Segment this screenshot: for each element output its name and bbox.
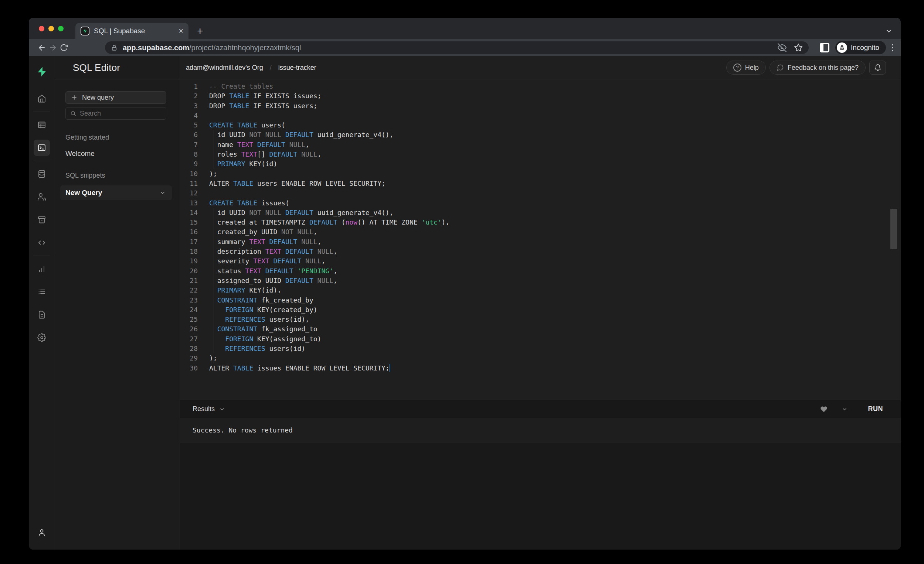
code-line[interactable]: 25 REFERENCES users(id),: [180, 315, 901, 324]
sidebar-item-logs[interactable]: [34, 284, 50, 300]
line-number: 9: [180, 159, 198, 169]
code-line[interactable]: 28 REFERENCES users(id): [180, 344, 901, 353]
back-button[interactable]: [36, 43, 47, 52]
code-line[interactable]: 15 created_at TIMESTAMPTZ DEFAULT (now()…: [180, 218, 901, 227]
breadcrumb: adam@windmill.dev's Org / issue-tracker: [186, 64, 316, 72]
sidebar-item-reports[interactable]: [34, 261, 50, 277]
new-tab-button[interactable]: +: [197, 26, 203, 36]
search-box[interactable]: [65, 107, 166, 120]
traffic-lights[interactable]: [39, 26, 64, 31]
breadcrumb-project[interactable]: issue-tracker: [278, 64, 316, 72]
search-input[interactable]: [80, 110, 162, 117]
line-number: 8: [180, 150, 198, 159]
code-line[interactable]: 19 severity TEXT DEFAULT NULL,: [180, 256, 901, 266]
supabase-logo-icon[interactable]: [36, 56, 47, 87]
code-line[interactable]: 24 FOREIGN KEY(created_by): [180, 305, 901, 315]
code-line[interactable]: 2DROP TABLE IF EXISTS issues;: [180, 91, 901, 101]
browser-menu-icon[interactable]: [892, 44, 893, 51]
code-line[interactable]: 17 summary TEXT DEFAULT NULL,: [180, 237, 901, 247]
line-number: 2: [180, 91, 198, 101]
code-line[interactable]: 14 id UUID NOT NULL DEFAULT uuid_generat…: [180, 208, 901, 218]
nav-rail: [29, 56, 55, 550]
side-panel-icon[interactable]: [820, 43, 830, 52]
sidebar-item-api[interactable]: [34, 235, 50, 251]
favorite-heart-icon[interactable]: [820, 405, 828, 413]
code-line[interactable]: 10);: [180, 169, 901, 179]
account-button[interactable]: [34, 525, 50, 541]
code-line[interactable]: 9 PRIMARY KEY(id): [180, 159, 901, 169]
run-options-chevron-icon[interactable]: [842, 406, 848, 412]
results-chevron-icon[interactable]: [219, 406, 225, 412]
code-line[interactable]: 20 status TEXT DEFAULT 'PENDING',: [180, 266, 901, 276]
help-button[interactable]: ? Help: [726, 61, 766, 75]
breadcrumb-org[interactable]: adam@windmill.dev's Org: [186, 64, 263, 72]
sidebar-item-storage[interactable]: [34, 212, 50, 228]
code-line[interactable]: 7 name TEXT DEFAULT NULL,: [180, 140, 901, 150]
line-number: 11: [180, 179, 198, 188]
results-dropdown-label[interactable]: Results: [192, 405, 215, 413]
zoom-window-button[interactable]: [58, 26, 64, 31]
sidebar-item-sql-editor[interactable]: [34, 140, 50, 156]
line-number: 12: [180, 188, 198, 198]
code-line[interactable]: 5CREATE TABLE users(: [180, 120, 901, 130]
reports-icon: [38, 265, 46, 273]
run-button[interactable]: RUN: [868, 405, 884, 413]
reload-button[interactable]: [58, 43, 69, 52]
page-title: SQL Editor: [73, 62, 120, 73]
eye-off-icon[interactable]: [778, 43, 786, 52]
feedback-button[interactable]: Feedback on this page?: [770, 61, 866, 75]
new-query-button[interactable]: New query: [65, 91, 166, 104]
sidebar-item-welcome[interactable]: Welcome: [65, 150, 169, 158]
code-line[interactable]: 26 CONSTRAINT fk_assigned_to: [180, 324, 901, 334]
minimize-window-button[interactable]: [48, 26, 54, 31]
line-text: status TEXT DEFAULT 'PENDING',: [209, 266, 338, 276]
tab-close-icon[interactable]: ×: [178, 27, 183, 35]
chevron-down-icon[interactable]: [159, 190, 166, 196]
code-line[interactable]: 12: [180, 188, 901, 198]
line-text: PRIMARY KEY(id): [209, 159, 277, 169]
code-line[interactable]: 11ALTER TABLE users ENABLE ROW LEVEL SEC…: [180, 179, 901, 188]
code-line[interactable]: 23 CONSTRAINT fk_created_by: [180, 295, 901, 305]
close-window-button[interactable]: [39, 26, 44, 31]
snippet-item-new-query[interactable]: New Query: [60, 186, 172, 200]
settings-gear-icon: [38, 333, 46, 342]
code-line[interactable]: 3DROP TABLE IF EXISTS users;: [180, 101, 901, 111]
editor-scrollbar[interactable]: [890, 209, 897, 249]
sidebar-item-database[interactable]: [34, 166, 50, 182]
code-line[interactable]: 27 FOREIGN KEY(assigned_to): [180, 334, 901, 344]
code-line[interactable]: 30ALTER TABLE issues ENABLE ROW LEVEL SE…: [180, 364, 901, 373]
bookmark-star-icon[interactable]: [794, 43, 803, 52]
code-line[interactable]: 29);: [180, 353, 901, 363]
code-line[interactable]: 4: [180, 111, 901, 120]
search-icon: [70, 110, 76, 117]
tab-title: SQL | Supabase: [94, 27, 176, 35]
line-text: PRIMARY KEY(id),: [209, 286, 281, 295]
line-text: FOREIGN KEY(created_by): [209, 305, 318, 315]
line-number: 26: [180, 324, 198, 334]
code-line[interactable]: 8 roles TEXT[] DEFAULT NULL,: [180, 150, 901, 159]
sidebar-item-docs[interactable]: [34, 307, 50, 323]
url-bar[interactable]: app.supabase.com/project/azahtnhqohyjerz…: [105, 41, 808, 54]
code-line[interactable]: 18 description TEXT DEFAULT NULL,: [180, 247, 901, 256]
notifications-button[interactable]: [869, 61, 886, 75]
sidebar-item-home[interactable]: [34, 90, 50, 107]
code-line[interactable]: 16 created_by UUID NOT NULL,: [180, 227, 901, 237]
code-line[interactable]: 22 PRIMARY KEY(id),: [180, 286, 901, 295]
sidebar-item-auth[interactable]: [34, 189, 50, 205]
sidebar-item-settings[interactable]: [34, 329, 50, 346]
line-number: 22: [180, 286, 198, 295]
code-line[interactable]: 13CREATE TABLE issues(: [180, 198, 901, 208]
code-line[interactable]: 21 assigned_to UUID DEFAULT NULL,: [180, 276, 901, 286]
help-button-label: Help: [745, 64, 759, 72]
results-empty-area: [180, 443, 901, 550]
browser-tab[interactable]: SQL | Supabase ×: [75, 23, 189, 39]
sql-code-editor[interactable]: 1-- Create tables2DROP TABLE IF EXISTS i…: [180, 79, 901, 399]
line-number: 28: [180, 344, 198, 353]
line-number: 3: [180, 101, 198, 111]
code-line[interactable]: 6 id UUID NOT NULL DEFAULT uuid_generate…: [180, 130, 901, 140]
code-line[interactable]: 1-- Create tables: [180, 82, 901, 91]
forward-button[interactable]: [47, 43, 58, 52]
tab-search-chevron-icon[interactable]: [885, 27, 892, 35]
sidebar-item-table-editor[interactable]: [34, 117, 50, 133]
line-text: assigned_to UUID DEFAULT NULL,: [209, 276, 338, 286]
